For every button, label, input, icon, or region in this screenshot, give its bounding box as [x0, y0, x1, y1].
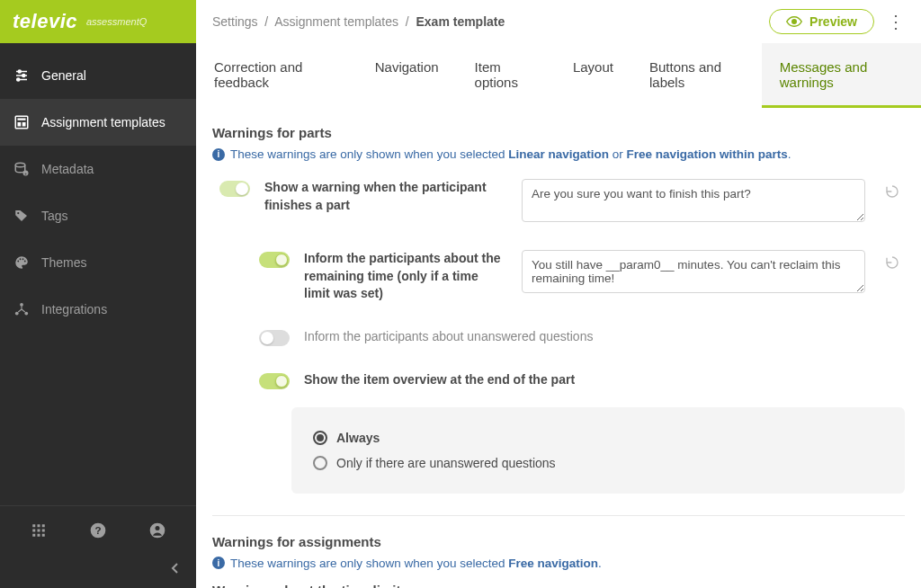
svg-rect-22: [38, 524, 40, 527]
remaining-time-text[interactable]: [522, 250, 865, 293]
radio-label: Only if there are unanswered questions: [336, 456, 556, 470]
info-assignments-text: These warnings are only shown when you s…: [230, 557, 602, 570]
info-icon: i: [212, 148, 225, 161]
radio-option-always[interactable]: Always: [313, 425, 883, 450]
eye-icon: [786, 15, 802, 28]
svg-rect-8: [18, 122, 22, 127]
sidebar-item-label: Assignment templates: [41, 115, 165, 129]
tab-navigation[interactable]: Navigation: [357, 43, 457, 108]
palette-icon: [13, 254, 31, 272]
svg-point-3: [18, 70, 21, 73]
svg-point-5: [17, 78, 20, 81]
topbar: Settings / Assignment templates / Exam t…: [196, 0, 921, 43]
sidebar-item-integrations[interactable]: Integrations: [0, 286, 196, 333]
integrations-icon: [13, 300, 31, 318]
toggle-unanswered-questions[interactable]: [259, 330, 290, 346]
template-icon: [13, 113, 31, 131]
svg-point-20: [24, 312, 28, 316]
reset-button[interactable]: [880, 250, 905, 275]
breadcrumb-templates[interactable]: Assignment templates: [274, 14, 398, 29]
help-icon[interactable]: ?: [87, 520, 109, 541]
svg-rect-7: [18, 119, 26, 120]
account-icon[interactable]: [147, 520, 168, 541]
svg-point-33: [156, 526, 160, 530]
tab-correction-feedback[interactable]: Correction and feedback: [196, 43, 357, 108]
info-assignments: i These warnings are only shown when you…: [212, 557, 905, 570]
setting-label: Inform the participants about unanswered…: [304, 328, 905, 346]
setting-finish-part-warning: Show a warning when the participant fini…: [212, 172, 905, 243]
svg-point-4: [22, 75, 25, 77]
brand-logo: televic: [13, 10, 77, 33]
tab-messages-warnings[interactable]: Messages and warnings: [762, 43, 921, 108]
sidebar-item-tags[interactable]: Tags: [0, 192, 196, 239]
item-overview-options: Always Only if there are unanswered ques…: [291, 407, 905, 494]
svg-point-18: [20, 303, 23, 307]
svg-point-15: [20, 258, 22, 260]
svg-point-10: [15, 163, 25, 167]
svg-rect-6: [15, 116, 28, 129]
metadata-icon: +: [13, 160, 31, 178]
info-parts: i These warnings are only shown when you…: [212, 147, 905, 161]
sidebar-item-label: General: [41, 68, 86, 83]
radio-option-only-unanswered[interactable]: Only if there are unanswered questions: [313, 450, 883, 476]
tab-item-options[interactable]: Item options: [457, 43, 555, 108]
setting-input: [522, 179, 865, 225]
brand-product: assessmentQ: [86, 16, 147, 27]
svg-point-19: [15, 312, 19, 316]
svg-rect-26: [42, 530, 45, 532]
finish-part-warning-text[interactable]: [522, 179, 865, 222]
tab-buttons-labels[interactable]: Buttons and labels: [631, 43, 762, 108]
sidebar-items: General Assignment templates + Metadata …: [0, 43, 196, 505]
tag-icon: [13, 207, 31, 225]
divider: [212, 515, 905, 516]
sliders-icon: [13, 67, 31, 85]
section-title-timelimit: Warnings about the time limit: [212, 583, 905, 588]
sidebar-collapse-button[interactable]: [0, 555, 196, 588]
preview-label: Preview: [809, 14, 857, 29]
sidebar-item-general[interactable]: General: [0, 52, 196, 99]
sidebar-header: televic assessmentQ: [0, 0, 196, 43]
svg-point-14: [17, 261, 19, 263]
radio-selected-icon: [313, 431, 327, 445]
sidebar-item-themes[interactable]: Themes: [0, 239, 196, 286]
svg-rect-27: [32, 534, 35, 537]
setting-label: Show the item overview at the end of the…: [304, 371, 905, 389]
svg-rect-23: [42, 524, 45, 527]
sidebar-item-assignment-templates[interactable]: Assignment templates: [0, 99, 196, 146]
topbar-right: Preview ⋮: [769, 9, 905, 34]
setting-label: Show a warning when the participant fini…: [264, 179, 507, 214]
section-title-assignments: Warnings for assignments: [212, 534, 905, 549]
sidebar-item-label: Themes: [41, 255, 87, 270]
tab-layout[interactable]: Layout: [555, 43, 631, 108]
svg-rect-29: [42, 534, 45, 537]
setting-item-overview: Show the item overview at the end of the…: [212, 364, 905, 407]
sidebar: televic assessmentQ General Assignment t…: [0, 0, 196, 588]
info-parts-text: These warnings are only shown when you s…: [230, 147, 791, 161]
content: Warnings for parts i These warnings are …: [196, 109, 921, 588]
setting-remaining-time: Inform the participants about the remain…: [212, 243, 905, 321]
svg-rect-9: [22, 122, 26, 127]
more-menu-button[interactable]: ⋮: [887, 13, 905, 31]
svg-text:+: +: [24, 172, 27, 176]
sidebar-item-label: Integrations: [41, 302, 107, 316]
main: Settings / Assignment templates / Exam t…: [196, 0, 921, 588]
breadcrumb: Settings / Assignment templates / Exam t…: [212, 14, 505, 29]
svg-text:?: ?: [94, 524, 101, 536]
svg-rect-24: [32, 530, 35, 532]
info-icon: i: [212, 557, 225, 569]
section-title-parts: Warnings for parts: [212, 125, 905, 140]
sidebar-item-metadata[interactable]: + Metadata: [0, 146, 196, 192]
svg-rect-28: [38, 534, 40, 537]
breadcrumb-settings[interactable]: Settings: [212, 14, 258, 29]
tabs: Correction and feedback Navigation Item …: [196, 43, 921, 109]
svg-point-17: [24, 261, 26, 263]
reset-button[interactable]: [880, 179, 905, 204]
toggle-remaining-time[interactable]: [259, 252, 290, 268]
sidebar-item-label: Tags: [41, 209, 68, 223]
setting-label: Inform the participants about the remain…: [304, 250, 507, 303]
preview-button[interactable]: Preview: [769, 9, 874, 34]
toggle-finish-part-warning[interactable]: [219, 181, 250, 197]
apps-icon[interactable]: [28, 520, 49, 541]
svg-point-13: [17, 212, 19, 214]
toggle-item-overview[interactable]: [259, 373, 290, 389]
